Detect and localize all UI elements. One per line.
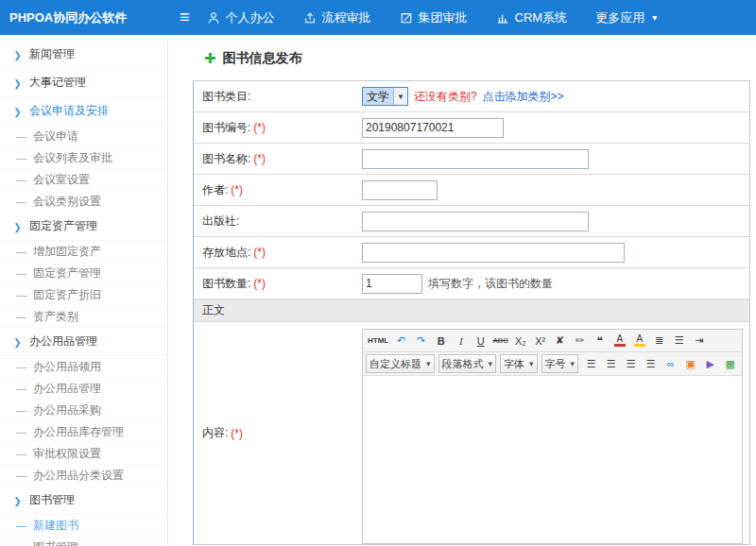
sidebar-item[interactable]: 会议申请及安排: [0, 97, 167, 126]
menu-personal-office[interactable]: 个人办公: [207, 9, 275, 26]
remove-format-button[interactable]: ✘: [551, 332, 569, 350]
font-color-button[interactable]: A: [610, 332, 628, 350]
font-family-select[interactable]: 字体 ▾: [500, 354, 538, 373]
bullet-icon: [16, 425, 26, 438]
bullet-icon: [16, 129, 26, 143]
strikethrough-button[interactable]: ABC: [491, 332, 509, 350]
sidebar-item[interactable]: 会议列表及审批: [0, 147, 167, 169]
sidebar-item[interactable]: 大事记管理: [0, 69, 167, 97]
author-input[interactable]: [362, 180, 438, 200]
align-left-button[interactable]: ☰: [582, 355, 600, 373]
link-button[interactable]: ∞: [662, 355, 679, 373]
sidebar-item[interactable]: 办公用品管理: [0, 378, 167, 400]
editor-toolbar-row-2: 自定义标题 ▾ 段落格式 ▾ 字体 ▾: [363, 352, 742, 376]
body-section-header: 正文: [194, 299, 749, 322]
dropdown-label: 字号: [545, 357, 566, 371]
indent-button[interactable]: ⇥: [690, 332, 708, 350]
html-source-button[interactable]: HTML: [366, 332, 390, 350]
field-label: 图书数量:: [202, 277, 250, 290]
page-title: 图书信息发布: [223, 50, 302, 67]
sidebar-item-label: 办公用品库存管理: [33, 424, 124, 440]
superscript-button[interactable]: X²: [531, 332, 549, 350]
custom-title-select[interactable]: 自定义标题 ▾: [366, 354, 435, 373]
highlight-color-button[interactable]: A: [630, 332, 648, 350]
top-navbar: PHPOA协同办公软件 ≡ 个人办公 流程审批 集团审批 CRM系统 更多应用 …: [0, 0, 756, 35]
redo-button[interactable]: ↷: [412, 332, 430, 350]
sidebar-item[interactable]: 图书管理: [0, 537, 167, 546]
sidebar-item[interactable]: 增加固定资产: [0, 241, 167, 263]
form-row-book-no: 图书编号:(*): [194, 112, 749, 144]
chart-icon: [496, 11, 509, 25]
bullet-icon: [16, 151, 26, 164]
category-select[interactable]: 文学 ▼: [362, 87, 408, 106]
add-category-link[interactable]: 点击添加类别>>: [483, 89, 564, 105]
underline-button[interactable]: U: [472, 332, 490, 350]
align-center-button[interactable]: ☰: [602, 355, 620, 373]
bullet-icon: [12, 494, 23, 507]
sidebar-item[interactable]: 会议室设置: [0, 169, 167, 191]
sidebar-item[interactable]: 办公用品分类设置: [0, 465, 167, 486]
sidebar-item[interactable]: 会议申请: [0, 126, 167, 147]
italic-button[interactable]: I: [452, 332, 470, 350]
undo-button[interactable]: ↶: [392, 332, 410, 350]
unordered-list-button[interactable]: ☰: [670, 332, 688, 350]
blockquote-button[interactable]: ❝: [591, 332, 609, 350]
sidebar-item[interactable]: 新建图书: [0, 515, 167, 537]
sidebar-item[interactable]: 办公用品领用: [0, 356, 167, 378]
sidebar-item[interactable]: 新闻管理: [0, 41, 167, 69]
bullet-icon: [12, 335, 23, 349]
align-justify-button[interactable]: ☰: [642, 355, 660, 373]
sidebar-item-label: 新闻管理: [29, 46, 75, 62]
book-no-input[interactable]: [362, 118, 504, 138]
ordered-list-button[interactable]: ≣: [650, 332, 668, 350]
bold-button[interactable]: B: [432, 332, 450, 350]
approval-flow-icon: [303, 11, 317, 25]
menu-label: 流程审批: [322, 9, 371, 26]
category-select-value: 文学: [363, 88, 393, 105]
sidebar-item[interactable]: 会议类别设置: [0, 191, 167, 213]
sidebar-item-label: 会议列表及审批: [33, 150, 112, 166]
field-label: 内容:: [202, 425, 228, 441]
sidebar-item[interactable]: 审批权限设置: [0, 443, 167, 465]
book-name-input[interactable]: [362, 149, 589, 169]
menu-workflow-approval[interactable]: 流程审批: [303, 9, 371, 26]
table-button[interactable]: ▦: [721, 355, 739, 373]
form-row-author: 作者:(*): [194, 175, 749, 206]
sidebar-item-label: 会议类别设置: [33, 194, 101, 210]
bullet-icon: [12, 77, 23, 90]
quantity-input[interactable]: [362, 274, 422, 294]
dropdown-label: 自定义标题: [369, 357, 421, 371]
chevron-down-icon: ▾: [529, 359, 534, 368]
menu-more-apps[interactable]: 更多应用 ▾: [595, 9, 657, 26]
font-size-select[interactable]: 字号 ▾: [541, 354, 579, 373]
bullet-icon: [16, 360, 26, 373]
editor-content-area[interactable]: [363, 376, 742, 543]
sidebar-item-label: 固定资产管理: [29, 218, 97, 234]
sidebar-item-label: 办公用品管理: [29, 333, 97, 350]
sidebar-item[interactable]: 办公用品管理: [0, 328, 167, 356]
media-button[interactable]: ▶: [701, 355, 719, 373]
align-right-button[interactable]: ☰: [622, 355, 640, 373]
sidebar-item[interactable]: 固定资产管理: [0, 213, 167, 241]
app-title: PHPOA协同办公软件: [0, 9, 168, 26]
sidebar-item[interactable]: 图书管理: [0, 486, 167, 515]
menu-group-approval[interactable]: 集团审批: [400, 9, 468, 26]
bullet-icon: [16, 469, 26, 482]
paragraph-format-select[interactable]: 段落格式 ▾: [438, 354, 497, 373]
form-row-book-name: 图书名称:(*): [194, 144, 749, 175]
sidebar-item-label: 新建图书: [33, 518, 78, 534]
location-input[interactable]: [362, 243, 625, 263]
image-button[interactable]: ▣: [681, 355, 699, 373]
sidebar-item[interactable]: 固定资产折旧: [0, 284, 167, 306]
menu-crm-system[interactable]: CRM系统: [496, 9, 568, 26]
sidebar-item[interactable]: 固定资产管理: [0, 263, 167, 284]
hamburger-menu-icon[interactable]: ≡: [180, 8, 190, 27]
format-painter-button[interactable]: ✏: [571, 332, 589, 350]
sidebar-item-label: 资产类别: [33, 309, 78, 325]
sidebar-item[interactable]: 办公用品库存管理: [0, 421, 167, 443]
app-window: PHPOA协同办公软件 ≡ 个人办公 流程审批 集团审批 CRM系统 更多应用 …: [0, 0, 756, 546]
sidebar-item[interactable]: 办公用品采购: [0, 400, 167, 421]
subscript-button[interactable]: X₂: [511, 332, 529, 350]
sidebar-item[interactable]: 资产类别: [0, 306, 167, 328]
publisher-input[interactable]: [362, 212, 589, 231]
